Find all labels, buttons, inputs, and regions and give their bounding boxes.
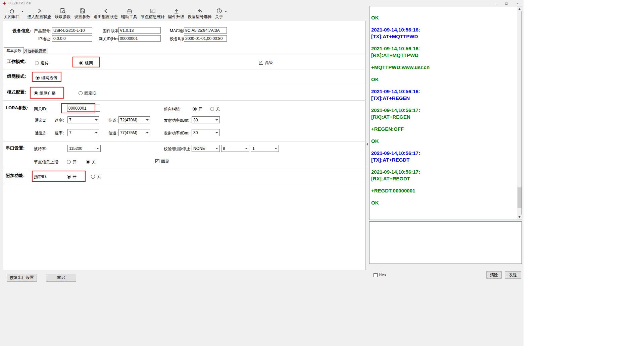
scrollbar-thumb[interactable] — [517, 187, 522, 208]
work-mode-network-radio[interactable] — [79, 61, 83, 65]
node-report-off-radio[interactable] — [86, 160, 90, 164]
work-mode-network-label[interactable]: 组网 — [85, 61, 93, 65]
config-panel: 设备信息: 产品型号: 固件版本: MAC地址: IP地址: 网关ID(Hex)… — [3, 21, 366, 270]
title-bar[interactable]: LG210 V1.2.0 – □ × — [0, 0, 524, 7]
exit-config-icon — [103, 8, 109, 14]
firmware-version-label: 固件版本: — [103, 28, 120, 33]
log-output[interactable]: OK 2021-09-14,10:56:16:[TX]:AT+MQTTPWD 2… — [369, 6, 517, 220]
toolbar-aux-tools-button[interactable]: 辅助工具 — [119, 7, 139, 20]
advanced-checkbox[interactable] — [259, 61, 263, 65]
log-block: +REGEN:OFF — [371, 126, 515, 132]
gateway-id-hex-field[interactable] — [118, 35, 161, 42]
carry-id-off-label[interactable]: 关 — [97, 174, 101, 179]
lora-gateway-id-field[interactable] — [67, 105, 100, 112]
fixed-id-radio[interactable] — [79, 91, 83, 95]
toolbar-enter-config-button[interactable]: 进入配置状态 — [26, 7, 53, 20]
send-input-panel[interactable] — [369, 221, 522, 264]
device-info-label: 设备信息: — [12, 28, 31, 34]
tab-basic-params[interactable]: 基本参数 — [4, 47, 24, 54]
node-report-on-label[interactable]: 开 — [72, 160, 77, 164]
chevron-down-icon — [145, 117, 150, 123]
channel2-rate-label: 速率: — [55, 131, 64, 135]
channel2-channel-select[interactable]: 77(475M) — [118, 129, 150, 136]
factory-reset-button[interactable]: 恢复出厂设置 — [7, 274, 37, 282]
parity-select[interactable]: NONE — [192, 145, 220, 152]
dropdown-arrow-icon[interactable] — [225, 11, 227, 12]
channel1-power-select[interactable]: 30 — [192, 116, 220, 123]
clear-button[interactable]: 清除 — [486, 271, 502, 279]
maximize-button[interactable]: □ — [501, 0, 512, 7]
app-window: LG210 V1.2.0 – □ × 关闭串口 进入配置状态 读取参数 — [0, 0, 524, 346]
stop-bits-select[interactable]: 1 — [251, 145, 279, 152]
close-button[interactable]: × — [512, 0, 524, 7]
channel1-rate-label: 速率: — [55, 118, 64, 123]
broadcast-label[interactable]: 组网广播 — [40, 91, 56, 96]
work-mode-transparent-label[interactable]: 透传 — [41, 61, 49, 65]
toolbar-exit-config-button[interactable]: 退出配置状态 — [92, 7, 119, 20]
baud-rate-select[interactable]: 115200 — [67, 145, 101, 152]
advanced-label[interactable]: 高级 — [265, 60, 273, 65]
send-button[interactable]: 发送 — [505, 271, 521, 279]
mac-address-field[interactable] — [184, 27, 227, 34]
firmware-version-field[interactable] — [118, 27, 161, 34]
network-transparent-radio[interactable] — [36, 76, 40, 80]
fixed-id-label[interactable]: 固定ID — [84, 91, 96, 96]
enter-config-icon — [36, 8, 43, 14]
log-panel: OK 2021-09-14,10:56:16:[TX]:AT+MQTTPWD 2… — [369, 6, 522, 220]
dropdown-arrow-icon[interactable] — [21, 11, 24, 12]
ip-address-field[interactable] — [52, 35, 92, 42]
channel2-rate-select[interactable]: 7 — [67, 129, 99, 136]
channel1-channel-select[interactable]: 72(470M) — [118, 116, 150, 123]
toolbar-read-params-button[interactable]: 读取参数 — [53, 7, 72, 20]
hex-checkbox[interactable] — [374, 273, 378, 277]
node-report-on-radio[interactable] — [67, 160, 71, 164]
product-model-field[interactable] — [52, 27, 92, 34]
save-params-icon — [79, 8, 86, 14]
splitter-collapse-icon[interactable] — [366, 142, 368, 146]
channel2-power-select[interactable]: 30 — [192, 129, 220, 136]
log-block: +MQTTPWD:www.usr.cn — [371, 64, 515, 71]
restart-button[interactable]: 重启 — [46, 274, 76, 282]
fec-on-label[interactable]: 开 — [198, 107, 202, 111]
toolbar-set-params-button[interactable]: 设置参数 — [72, 7, 92, 20]
minimize-button[interactable]: – — [489, 0, 501, 7]
chevron-down-icon — [214, 117, 219, 123]
broadcast-radio[interactable] — [34, 91, 38, 95]
toolbar-firmware-upgrade-button[interactable]: 固件升级 — [166, 7, 186, 20]
toolbar-about-button[interactable]: 关于 — [213, 7, 229, 20]
toolbar-close-serial-button[interactable]: 关闭串口 — [2, 7, 26, 20]
carry-id-on-radio[interactable] — [67, 175, 71, 179]
toolbar-device-model-button[interactable]: 设备型号选择 — [186, 7, 213, 20]
fec-on-radio[interactable] — [193, 107, 197, 111]
log-block: +REGDT:00000001 — [371, 187, 515, 194]
channel1-power-label: 发射功率dBm: — [164, 118, 189, 123]
maximize-icon: □ — [505, 1, 508, 5]
hex-label[interactable]: Hex — [379, 273, 387, 278]
work-mode-transparent-radio[interactable] — [35, 61, 39, 65]
device-time-field[interactable] — [184, 35, 227, 42]
scroll-up-button[interactable] — [517, 6, 522, 11]
tab-other-params[interactable]: 其他参数设置 — [21, 48, 48, 54]
log-block: OK — [371, 199, 515, 206]
data-bits-select[interactable]: 8 — [221, 145, 249, 152]
log-scrollbar[interactable] — [517, 6, 522, 220]
back-arrow-icon — [197, 8, 203, 14]
carry-id-off-radio[interactable] — [91, 175, 95, 179]
network-transparent-label[interactable]: 组网透传 — [41, 75, 57, 80]
log-block: 2021-09-14,10:56:17:[RX]:AT+REGEN — [371, 107, 515, 120]
fec-off-label[interactable]: 关 — [216, 107, 220, 111]
toolbar-node-stats-button[interactable]: 节点信息统计 — [139, 7, 166, 20]
scroll-down-button[interactable] — [517, 215, 522, 220]
fec-off-radio[interactable] — [210, 107, 214, 111]
echo-checkbox[interactable] — [155, 159, 159, 163]
chevron-down-icon — [145, 129, 150, 136]
extra-functions-label: 附加功能: — [6, 173, 24, 179]
channel2-power-label: 发射功率dBm: — [164, 131, 189, 135]
fec-label: 前向纠错: — [164, 107, 181, 111]
log-block: OK — [371, 14, 515, 21]
node-report-off-label[interactable]: 关 — [92, 160, 96, 164]
channel1-rate-select[interactable]: 7 — [67, 116, 99, 123]
firmware-upgrade-icon — [173, 8, 180, 14]
carry-id-on-label[interactable]: 开 — [72, 174, 77, 179]
echo-label[interactable]: 回显 — [161, 159, 169, 164]
